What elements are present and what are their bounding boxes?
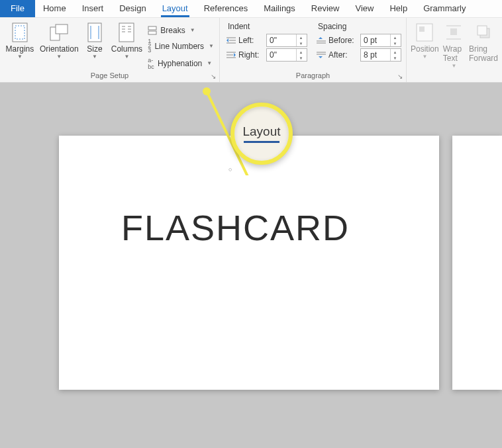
- tab-bar: File Home Insert Design Layout Reference…: [0, 0, 502, 18]
- position-button[interactable]: Position ▼: [411, 21, 439, 60]
- columns-button[interactable]: Columns ▼: [111, 21, 142, 60]
- spin-down-icon[interactable]: ▼: [297, 40, 305, 46]
- group-paragraph: Indent Left: ▲▼ Right:: [220, 18, 407, 82]
- chevron-down-icon: ▼: [207, 62, 212, 66]
- chevron-down-icon: ▼: [17, 55, 23, 59]
- document-body-text[interactable]: FLASHCARD: [121, 207, 350, 248]
- orientation-button[interactable]: Orientation ▼: [40, 21, 79, 60]
- spacing-before-icon: [317, 36, 326, 44]
- indent-left-icon: [226, 36, 236, 44]
- chevron-down-icon: ▼: [209, 44, 214, 48]
- hyphenation-button[interactable]: a-bc Hyphenation ▼: [146, 56, 215, 71]
- svg-point-34: [203, 87, 211, 95]
- spin-up-icon[interactable]: ▲: [297, 34, 305, 40]
- columns-label: Columns: [111, 44, 142, 54]
- wrap-text-label: Wrap Text: [443, 44, 465, 63]
- spin-down-icon[interactable]: ▼: [391, 55, 399, 61]
- tab-layout[interactable]: Layout: [154, 0, 196, 17]
- size-button[interactable]: Size ▼: [83, 21, 107, 60]
- bring-forward-button[interactable]: Bring Forward: [469, 21, 498, 64]
- margins-button[interactable]: Margins ▼: [4, 21, 36, 60]
- arrange-group-label: [411, 71, 498, 81]
- document-canvas[interactable]: ○ FLASHCARD Layout: [0, 83, 502, 448]
- spin-up-icon[interactable]: ▲: [391, 34, 399, 40]
- tab-design[interactable]: Design: [111, 0, 154, 17]
- spin-up-icon[interactable]: ▲: [297, 49, 305, 55]
- tab-mailings[interactable]: Mailings: [256, 0, 303, 17]
- orientation-label: Orientation: [40, 44, 79, 54]
- svg-rect-32: [477, 26, 487, 35]
- indent-right-input[interactable]: [267, 49, 296, 61]
- group-arrange: Position ▼ Wrap Text ▼ Bring Forward: [407, 18, 502, 82]
- indent-left-input[interactable]: [267, 34, 296, 46]
- spin-down-icon[interactable]: ▼: [391, 40, 399, 46]
- group-page-setup: Margins ▼ Orientation ▼ Size ▼: [0, 18, 220, 82]
- margins-icon: [12, 22, 28, 43]
- callout-underline: [244, 141, 279, 143]
- breaks-icon: [148, 26, 157, 35]
- position-label: Position: [411, 44, 439, 54]
- tab-review[interactable]: Review: [303, 0, 348, 17]
- line-numbers-icon: 123: [148, 39, 151, 53]
- tab-help[interactable]: Help: [381, 0, 415, 17]
- svg-rect-15: [148, 31, 156, 34]
- svg-rect-27: [419, 26, 425, 32]
- spacing-before-input[interactable]: [361, 34, 390, 46]
- spacing-before-spinner[interactable]: ▲▼: [360, 34, 401, 47]
- spin-down-icon[interactable]: ▼: [297, 55, 305, 61]
- svg-rect-28: [450, 28, 457, 35]
- chevron-down-icon: ▼: [124, 55, 129, 59]
- wrap-text-button[interactable]: Wrap Text ▼: [443, 21, 465, 69]
- spacing-after-icon: [317, 51, 326, 59]
- chevron-down-icon: ▼: [190, 28, 195, 32]
- chevron-down-icon: ▼: [56, 55, 62, 59]
- indent-heading: Indent: [226, 21, 307, 32]
- wrap-text-icon: [445, 22, 462, 43]
- line-numbers-label: Line Numbers: [154, 42, 204, 51]
- document-page[interactable]: ○ FLASHCARD: [59, 136, 439, 390]
- tab-file[interactable]: File: [0, 0, 35, 17]
- page-setup-group-label: Page Setup: [4, 71, 215, 81]
- paragraph-mark-icon: ○: [228, 166, 232, 173]
- svg-rect-3: [56, 24, 68, 34]
- spacing-after-label: After:: [328, 50, 358, 60]
- tab-insert[interactable]: Insert: [74, 0, 112, 17]
- document-page-next[interactable]: [452, 136, 502, 390]
- tab-view[interactable]: View: [347, 0, 381, 17]
- tab-grammarly[interactable]: Grammarly: [415, 0, 474, 17]
- bring-forward-label: Bring Forward: [469, 44, 498, 63]
- svg-rect-26: [417, 24, 432, 41]
- spacing-before-label: Before:: [328, 36, 358, 45]
- spacing-heading: Spacing: [317, 21, 401, 32]
- paragraph-group-label: Paragraph: [224, 71, 402, 81]
- svg-rect-7: [119, 23, 134, 42]
- page-setup-dialog-launcher[interactable]: ↘: [209, 72, 217, 80]
- svg-rect-4: [88, 23, 101, 42]
- indent-right-spinner[interactable]: ▲▼: [266, 48, 307, 62]
- breaks-button[interactable]: Breaks ▼: [146, 24, 215, 36]
- indent-left-spinner[interactable]: ▲▼: [266, 34, 307, 47]
- ribbon: Margins ▼ Orientation ▼ Size ▼: [0, 18, 502, 83]
- indent-right-icon: [226, 51, 236, 59]
- callout-highlight: Layout: [230, 103, 293, 165]
- orientation-icon: [49, 22, 69, 43]
- tab-home[interactable]: Home: [35, 0, 74, 17]
- breaks-label: Breaks: [160, 26, 185, 35]
- indent-right-label: Right:: [238, 50, 264, 60]
- chevron-down-icon: ▼: [451, 64, 456, 68]
- position-icon: [416, 22, 433, 43]
- spacing-after-spinner[interactable]: ▲▼: [360, 48, 401, 62]
- callout-text: Layout: [242, 124, 280, 139]
- svg-rect-14: [148, 26, 156, 30]
- columns-icon: [119, 22, 134, 43]
- line-numbers-button[interactable]: 123 Line Numbers ▼: [146, 38, 215, 54]
- hyphenation-icon: a-bc: [148, 57, 154, 70]
- size-icon: [87, 22, 102, 43]
- chevron-down-icon: ▼: [422, 55, 427, 59]
- tab-references[interactable]: References: [196, 0, 256, 17]
- paragraph-dialog-launcher[interactable]: ↘: [396, 72, 404, 80]
- spin-up-icon[interactable]: ▲: [391, 49, 399, 55]
- hyphenation-label: Hyphenation: [158, 59, 202, 68]
- indent-left-label: Left:: [238, 36, 264, 45]
- spacing-after-input[interactable]: [361, 49, 390, 61]
